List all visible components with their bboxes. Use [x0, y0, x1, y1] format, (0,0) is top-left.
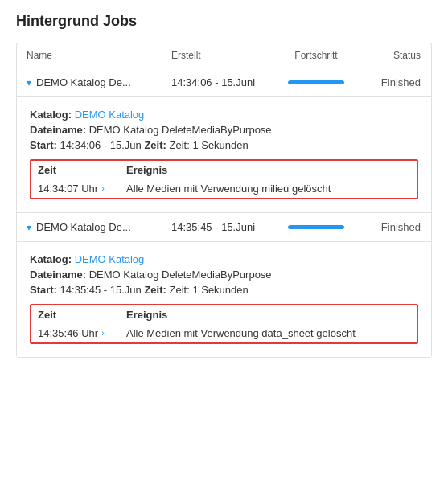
page-title: Hintergrund Jobs	[16, 13, 432, 30]
job-status-2: Finished	[356, 221, 421, 233]
job-row-1: ▾ DEMO Katalog De... 14:34:06 - 15.Juni …	[17, 68, 431, 213]
col-header-fortschritt: Fortschritt	[276, 50, 356, 61]
job-status-1: Finished	[356, 76, 421, 88]
ev-col-zeit-header-2: Zeit	[38, 309, 126, 321]
detail-start-1: Start: 14:34:06 - 15.Jun Zeit: Zeit: 1 S…	[30, 139, 418, 151]
zeit-val-1: Zeit: 1 Sekunden	[169, 139, 248, 151]
katalog-val-1: DEMO Katalog	[75, 109, 145, 121]
chevron-icon-1: ▾	[27, 77, 31, 88]
event-arrow-2-0: ›	[101, 328, 105, 338]
job-fortschritt-1	[276, 80, 356, 84]
job-fortschritt-2	[276, 225, 356, 229]
job-erstellt-2: 14:35:45 - 15.Juni	[171, 221, 276, 233]
katalog-label-2: Katalog:	[30, 253, 72, 265]
katalog-label-1: Katalog:	[30, 109, 72, 121]
job-name-text-2: DEMO Katalog De...	[36, 221, 131, 233]
start-val-1: 14:34:06 - 15.Jun	[60, 139, 145, 151]
progress-bar-wrap-2	[288, 225, 344, 229]
event-zeit-2-0: 14:35:46 Uhr ›	[38, 327, 126, 339]
start-val-2: 14:35:45 - 15.Jun	[60, 284, 145, 296]
events-table-1: Zeit Ereignis 14:34:07 Uhr › Alle Medien…	[30, 159, 418, 199]
start-label-2: Start:	[30, 284, 57, 296]
zeit-val-2: Zeit: 1 Sekunden	[169, 284, 248, 296]
event-arrow-1-0: ›	[101, 183, 105, 193]
job-summary-2[interactable]: ▾ DEMO Katalog De... 14:35:45 - 15.Juni …	[17, 213, 431, 242]
event-zeit-text-1-0: 14:34:07 Uhr	[38, 182, 98, 195]
dateiname-label-2: Dateiname:	[30, 269, 86, 281]
job-name-col-2: ▾ DEMO Katalog De...	[27, 221, 171, 233]
event-zeit-1-0: 14:34:07 Uhr ›	[38, 182, 126, 195]
events-header-2: Zeit Ereignis	[31, 305, 417, 324]
events-table-2: Zeit Ereignis 14:35:46 Uhr › Alle Medien…	[30, 304, 418, 344]
detail-dateiname-1: Dateiname: DEMO Katalog DeleteMediaByPur…	[30, 124, 418, 136]
job-name-col-1: ▾ DEMO Katalog De...	[27, 76, 171, 88]
detail-katalog-2: Katalog: DEMO Katalog	[30, 253, 418, 265]
job-detail-1: Katalog: DEMO Katalog Dateiname: DEMO Ka…	[17, 97, 431, 212]
katalog-val-2: DEMO Katalog	[75, 253, 145, 265]
detail-start-2: Start: 14:35:45 - 15.Jun Zeit: Zeit: 1 S…	[30, 284, 418, 296]
zeit-label-1: Zeit:	[144, 139, 166, 151]
detail-katalog-1: Katalog: DEMO Katalog	[30, 109, 418, 121]
job-row-2: ▾ DEMO Katalog De... 14:35:45 - 15.Juni …	[17, 213, 431, 357]
progress-bar-wrap-1	[288, 80, 344, 84]
progress-bar-fill-1	[288, 80, 344, 84]
start-label-1: Start:	[30, 139, 57, 151]
job-name-text-1: DEMO Katalog De...	[36, 76, 131, 88]
col-header-name: Name	[27, 50, 171, 61]
events-header-1: Zeit Ereignis	[31, 161, 417, 179]
event-row-2-0: 14:35:46 Uhr › Alle Medien mit Verwendun…	[31, 324, 417, 342]
job-summary-1[interactable]: ▾ DEMO Katalog De... 14:34:06 - 15.Juni …	[17, 68, 431, 97]
ev-col-zeit-header-1: Zeit	[38, 164, 126, 176]
ev-col-ereignis-header-2: Ereignis	[126, 309, 410, 321]
event-row-1-0: 14:34:07 Uhr › Alle Medien mit Verwendun…	[31, 179, 417, 198]
progress-bar-fill-2	[288, 225, 344, 229]
event-ereignis-2-0: Alle Medien mit Verwendung data_sheet ge…	[126, 327, 410, 339]
dateiname-val-2: DEMO Katalog DeleteMediaByPurpose	[89, 269, 272, 281]
event-zeit-text-2-0: 14:35:46 Uhr	[38, 327, 98, 339]
col-header-erstellt: Erstellt	[171, 50, 276, 61]
zeit-label-2: Zeit:	[144, 284, 166, 296]
table-header: Name Erstellt Fortschritt Status	[17, 43, 431, 68]
chevron-icon-2: ▾	[27, 222, 31, 233]
jobs-table: Name Erstellt Fortschritt Status ▾ DEMO …	[16, 43, 432, 358]
ev-col-ereignis-header-1: Ereignis	[126, 164, 410, 176]
col-header-status: Status	[356, 50, 421, 61]
job-detail-2: Katalog: DEMO Katalog Dateiname: DEMO Ka…	[17, 242, 431, 357]
job-erstellt-1: 14:34:06 - 15.Juni	[171, 76, 276, 88]
event-ereignis-1-0: Alle Medien mit Verwendung milieu gelösc…	[126, 182, 410, 195]
dateiname-val-1: DEMO Katalog DeleteMediaByPurpose	[89, 124, 272, 136]
detail-dateiname-2: Dateiname: DEMO Katalog DeleteMediaByPur…	[30, 269, 418, 281]
dateiname-label-1: Dateiname:	[30, 124, 86, 136]
